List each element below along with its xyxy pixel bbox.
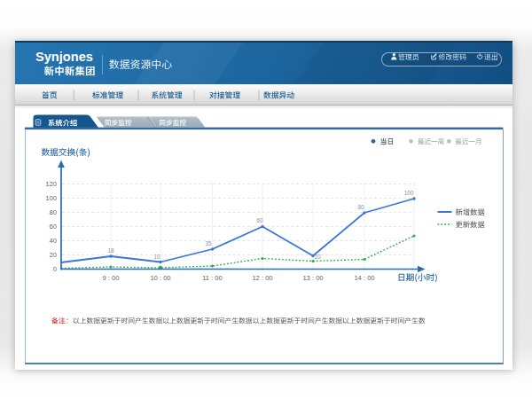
svg-text:14 : 00: 14 : 00 <box>354 274 374 282</box>
svg-text:100: 100 <box>404 190 414 196</box>
svg-text:0: 0 <box>53 265 57 273</box>
svg-text:12 : 00: 12 : 00 <box>252 274 272 282</box>
svg-text:20: 20 <box>50 251 57 259</box>
svg-text:13 : 00: 13 : 00 <box>302 274 323 282</box>
svg-text:11 : 00: 11 : 00 <box>202 274 223 282</box>
svg-text:60: 60 <box>256 217 263 223</box>
svg-text:Synjones: Synjones <box>35 50 93 64</box>
svg-text:60: 60 <box>50 223 57 231</box>
svg-text:10 : 00: 10 : 00 <box>150 274 170 282</box>
svg-text:10: 10 <box>314 254 321 260</box>
svg-text:100: 100 <box>45 194 57 202</box>
svg-text:120: 120 <box>45 180 57 188</box>
svg-text:80: 80 <box>357 204 364 210</box>
svg-text:35: 35 <box>205 240 212 246</box>
svg-text:9 : 00: 9 : 00 <box>103 274 120 282</box>
svg-text:40: 40 <box>50 237 57 245</box>
svg-text:18: 18 <box>107 247 114 254</box>
svg-text:80: 80 <box>50 208 57 216</box>
svg-text:10: 10 <box>153 254 160 260</box>
